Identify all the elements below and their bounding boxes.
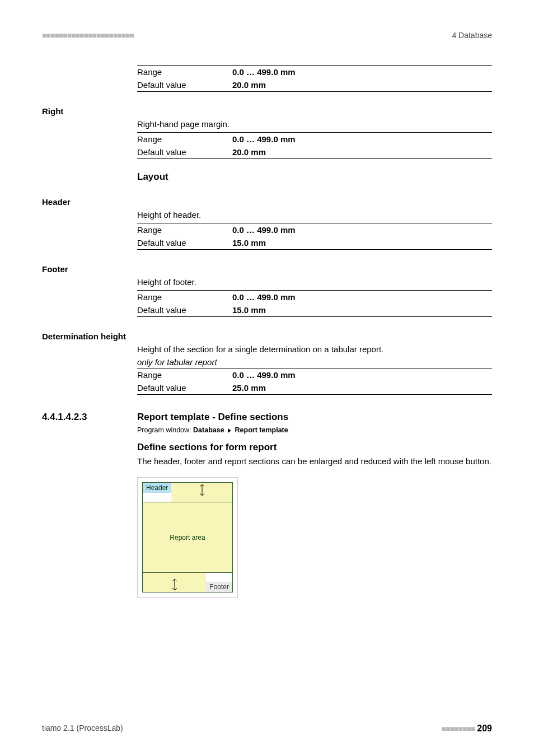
right-block: Right-hand page margin. Range 0.0 … 499.… [137, 119, 492, 183]
label-right: Right [42, 106, 492, 116]
determination-block: Height of the section for a single deter… [137, 344, 492, 395]
resize-vertical-icon [198, 483, 206, 497]
footer-table: Range 0.0 … 499.0 mm Default value 15.0 … [137, 290, 492, 317]
range-val: 0.0 … 499.0 mm [232, 291, 492, 304]
page-number-block: ■■■■■■■■ 209 [442, 724, 492, 734]
note-prefix: Program window: [137, 426, 193, 434]
figure-header-row: Header [143, 483, 232, 502]
report-layout-figure: Header Report area Footer [137, 477, 238, 598]
range-key: Range [137, 223, 232, 237]
label-header: Header [42, 197, 492, 207]
range-val: 0.0 … 499.0 mm [232, 66, 492, 79]
range-val: 0.0 … 499.0 mm [232, 223, 492, 237]
default-key: Default value [137, 381, 232, 395]
section-title: Report template - Define sections [137, 412, 288, 423]
page-number: 209 [477, 724, 492, 733]
layout-heading: Layout [137, 171, 492, 183]
range-key: Range [137, 66, 232, 79]
header-desc: Height of header. [137, 210, 492, 220]
range-key: Range [137, 291, 232, 304]
figure-report-area: Report area [143, 502, 232, 573]
default-key: Default value [137, 236, 232, 250]
footer-dots: ■■■■■■■■ [442, 724, 475, 733]
default-key: Default value [137, 78, 232, 92]
right-table: Range 0.0 … 499.0 mm Default value 20.0 … [137, 132, 492, 159]
range-key: Range [137, 133, 232, 146]
figure-header-label: Header [143, 483, 171, 493]
default-val: 15.0 mm [232, 236, 492, 250]
default-val: 20.0 mm [232, 78, 492, 92]
determination-note: only for tabular report [137, 357, 492, 368]
label-determination-height: Determination height [42, 332, 492, 341]
running-chapter: 4 Database [452, 31, 492, 40]
define-sections-para: The header, footer and report sections c… [137, 456, 492, 466]
label-footer: Footer [42, 264, 492, 274]
footer-desc: Height of footer. [137, 277, 492, 287]
range-key: Range [137, 368, 232, 381]
range-val: 0.0 … 499.0 mm [232, 368, 492, 381]
page: ■■■■■■■■■■■■■■■■■■■■■■ 4 Database Range … [0, 0, 534, 756]
default-val: 25.0 mm [232, 381, 492, 395]
default-key: Default value [137, 304, 232, 317]
triangle-icon [228, 428, 231, 433]
note-database: Database [193, 426, 226, 434]
define-sections-heading: Define sections for form report [137, 442, 492, 453]
determination-table: Range 0.0 … 499.0 mm Default value 25.0 … [137, 368, 492, 395]
section-body: Program window: Database Report template… [137, 426, 492, 598]
figure-header-spacer [171, 483, 232, 502]
right-desc: Right-hand page margin. [137, 119, 492, 129]
figure-footer-row: Footer [143, 573, 232, 592]
figure-inner: Header Report area Footer [142, 482, 233, 592]
determination-desc: Height of the section for a single deter… [137, 344, 492, 354]
section-number: 4.4.1.4.2.3 [42, 412, 137, 423]
default-val: 15.0 mm [232, 304, 492, 317]
default-val: 20.0 mm [232, 146, 492, 159]
figure-footer-label: Footer [206, 582, 232, 592]
figure-footer-spacer [143, 573, 206, 592]
default-key: Default value [137, 146, 232, 159]
page-footer: tiamo 2.1 (ProcessLab) ■■■■■■■■ 209 [42, 724, 492, 734]
header-block: Height of header. Range 0.0 … 499.0 mm D… [137, 210, 492, 250]
top-margin-table: Range 0.0 … 499.0 mm Default value 20.0 … [137, 65, 492, 92]
running-head: ■■■■■■■■■■■■■■■■■■■■■■ 4 Database [42, 31, 492, 40]
running-dots: ■■■■■■■■■■■■■■■■■■■■■■ [42, 31, 134, 40]
section-heading-row: 4.4.1.4.2.3 Report template - Define sec… [42, 412, 492, 423]
note-template: Report template [233, 426, 288, 434]
range-val: 0.0 … 499.0 mm [232, 133, 492, 146]
footer-block: Height of footer. Range 0.0 … 499.0 mm D… [137, 277, 492, 317]
product-name: tiamo 2.1 (ProcessLab) [42, 724, 123, 734]
resize-vertical-icon [171, 577, 179, 592]
top-margin-table-block: Range 0.0 … 499.0 mm Default value 20.0 … [137, 65, 492, 92]
program-window-note: Program window: Database Report template [137, 426, 492, 434]
header-table: Range 0.0 … 499.0 mm Default value 15.0 … [137, 223, 492, 250]
